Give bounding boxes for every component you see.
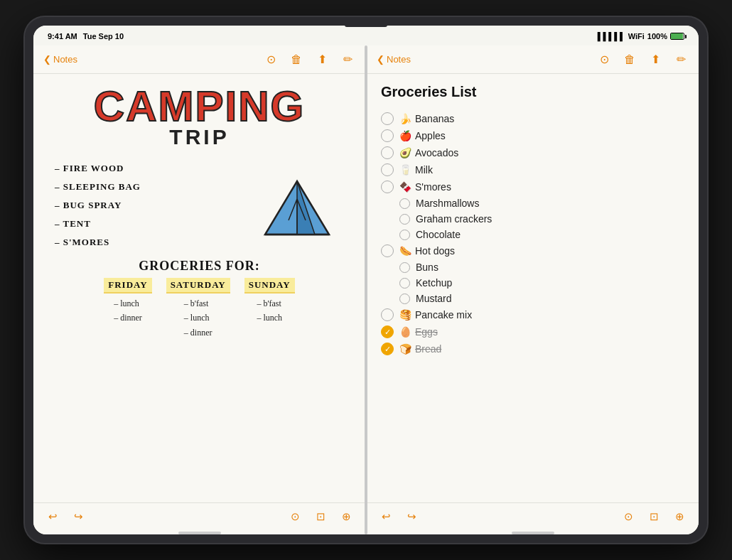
- check-graham-crackers[interactable]: [399, 214, 410, 225]
- check-bananas[interactable]: [381, 112, 394, 125]
- list-item: 🥑 Avocados: [381, 144, 684, 161]
- right-collab-button[interactable]: ⊙: [596, 52, 612, 68]
- list-item: 🍫 S'mores: [381, 178, 684, 195]
- left-compose-button[interactable]: ✏: [340, 52, 355, 68]
- right-check-button[interactable]: ⊙: [620, 509, 636, 524]
- left-camera-button[interactable]: ⊡: [313, 509, 328, 524]
- list-item: Buns: [381, 259, 684, 275]
- left-pen-button[interactable]: ⊕: [338, 509, 354, 524]
- day-sunday: SUNDAY b'fast lunch: [244, 278, 295, 340]
- right-trash-button[interactable]: 🗑: [622, 52, 637, 68]
- status-bar: 9:41 AM Tue Sep 10 ▌▌▌▌▌ WiFi 100%: [33, 26, 699, 45]
- check-apples[interactable]: [381, 129, 394, 142]
- notch: [345, 26, 387, 27]
- list-item: 🥛 Milk: [381, 161, 684, 178]
- left-undo-button[interactable]: ↩: [45, 509, 60, 524]
- list-item: Chocolate: [381, 227, 684, 242]
- left-collab-button[interactable]: ⊙: [263, 52, 279, 68]
- left-back-button[interactable]: ❮ Notes: [43, 54, 77, 65]
- right-back-label: Notes: [387, 54, 411, 65]
- tent-illustration: [262, 178, 333, 244]
- check-ketchup[interactable]: [399, 278, 410, 289]
- list-item: Graham crackers: [381, 211, 684, 227]
- left-back-label: Notes: [53, 54, 77, 65]
- right-chevron-icon: ❮: [377, 54, 384, 65]
- check-hotdogs[interactable]: [381, 244, 394, 257]
- right-bottom-toolbar: ↩ ↪ ⊙ ⊡ ⊕: [367, 502, 699, 529]
- left-trash-button[interactable]: 🗑: [289, 52, 304, 68]
- right-camera-button[interactable]: ⊡: [646, 509, 662, 524]
- camping-word: CAMPING: [45, 85, 354, 128]
- battery-icon: [670, 33, 684, 40]
- check-mustard[interactable]: [399, 294, 410, 304]
- left-toolbar: ❮ Notes ⊙ 🗑 ⬆ ✏: [33, 45, 365, 74]
- sunday-item-lunch: lunch: [257, 311, 282, 325]
- left-note-content: CAMPING TRIP: [33, 74, 365, 502]
- right-back-button[interactable]: ❮ Notes: [377, 54, 411, 65]
- groceries-for-title: GROCERIES FOR:: [45, 259, 354, 274]
- saturday-item-lunch: lunch: [184, 311, 212, 325]
- time: 9:41 AM: [48, 32, 77, 41]
- day-saturday: SATURDAY b'fast lunch dinner: [166, 278, 230, 340]
- right-undo-button[interactable]: ↩: [378, 509, 394, 524]
- ipad-screen: 9:41 AM Tue Sep 10 ▌▌▌▌▌ WiFi 100% ❮ Not…: [33, 26, 699, 534]
- check-eggs[interactable]: ✓: [381, 325, 394, 338]
- groceries-note-content: Groceries List 🍌 Bananas: [367, 74, 699, 502]
- right-compose-button[interactable]: ✏: [673, 52, 689, 68]
- check-smores[interactable]: [381, 181, 394, 193]
- camping-item-firewood: FIRE WOOD: [55, 159, 354, 178]
- saturday-item-dinner: dinner: [184, 325, 212, 340]
- left-bottom-toolbar: ↩ ↪ ⊙ ⊡ ⊕: [33, 502, 365, 529]
- check-marshmallows[interactable]: [399, 198, 410, 209]
- left-pane: ❮ Notes ⊙ 🗑 ⬆ ✏ CAMPING TRIP: [33, 45, 365, 534]
- list-item: Ketchup: [381, 275, 684, 291]
- camping-title: CAMPING TRIP: [45, 85, 354, 149]
- groceries-section: GROCERIES FOR: FRIDAY lunch dinner: [45, 259, 354, 340]
- right-share-button[interactable]: ⬆: [647, 52, 663, 68]
- list-item: Mustard: [381, 291, 684, 306]
- list-item: 🥞 Pancake mix: [381, 306, 684, 323]
- battery-pct: 100%: [647, 32, 667, 41]
- camping-note: CAMPING TRIP: [45, 85, 354, 340]
- check-chocolate[interactable]: [399, 230, 410, 240]
- check-buns[interactable]: [399, 262, 410, 273]
- sunday-item-bfast: b'fast: [257, 296, 282, 311]
- list-item: 🌭 Hot dogs: [381, 242, 684, 259]
- right-pane: ❮ Notes ⊙ 🗑 ⬆ ✏ Groceries List: [367, 45, 699, 534]
- friday-item-dinner: dinner: [114, 311, 142, 325]
- list-item: 🍌 Bananas: [381, 110, 684, 127]
- right-toolbar: ❮ Notes ⊙ 🗑 ⬆ ✏: [367, 45, 699, 74]
- smores-label: S'mores: [415, 181, 451, 193]
- right-redo-button[interactable]: ↪: [404, 509, 419, 524]
- graham-crackers-label: Graham crackers: [416, 213, 492, 225]
- groceries-checklist: 🍌 Bananas 🍎 Apples: [381, 110, 684, 357]
- left-home-indicator: [178, 532, 221, 534]
- check-avocados[interactable]: [381, 146, 394, 159]
- wifi-icon: WiFi: [628, 32, 645, 41]
- ipad-frame: 9:41 AM Tue Sep 10 ▌▌▌▌▌ WiFi 100% ❮ Not…: [25, 17, 707, 543]
- list-item: ✓ 🥚 Eggs: [381, 323, 684, 340]
- saturday-item-bfast: b'fast: [184, 296, 212, 311]
- pane-divider[interactable]: [365, 45, 367, 534]
- list-item: ✓ 🍞 Bread: [381, 340, 684, 357]
- check-milk[interactable]: [381, 163, 394, 176]
- day-friday: FRIDAY lunch dinner: [104, 278, 151, 340]
- day-saturday-label: SATURDAY: [166, 278, 230, 294]
- right-pen-button[interactable]: ⊕: [672, 509, 687, 524]
- left-check-button[interactable]: ⊙: [287, 509, 303, 524]
- right-home-indicator: [512, 532, 554, 534]
- check-pancake-mix[interactable]: [381, 308, 394, 321]
- check-bread[interactable]: ✓: [381, 343, 394, 355]
- day-friday-label: FRIDAY: [104, 278, 151, 294]
- left-chevron-icon: ❮: [43, 54, 51, 65]
- groceries-list-title: Groceries List: [381, 84, 684, 100]
- left-redo-button[interactable]: ↪: [70, 509, 86, 524]
- friday-item-lunch: lunch: [114, 296, 142, 311]
- day-sunday-label: SUNDAY: [244, 278, 295, 294]
- left-share-button[interactable]: ⬆: [314, 52, 330, 68]
- list-item: 🍎 Apples: [381, 127, 684, 144]
- signal-icon: ▌▌▌▌▌: [598, 32, 625, 41]
- list-item: Marshmallows: [381, 195, 684, 211]
- trip-word: TRIP: [45, 125, 354, 149]
- day-grid: FRIDAY lunch dinner SATURDAY b': [45, 278, 354, 340]
